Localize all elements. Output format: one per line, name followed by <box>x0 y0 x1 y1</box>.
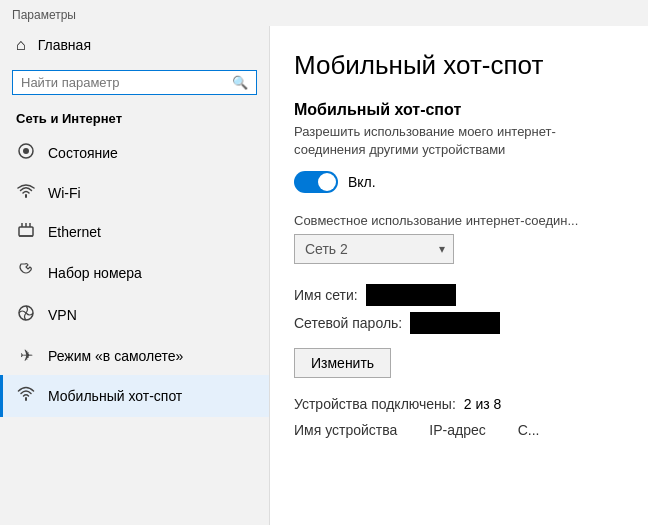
toggle-row: Вкл. <box>294 171 624 193</box>
status-icon <box>16 142 36 164</box>
sidebar-item-hotspot[interactable]: Мобильный хот-спот <box>0 375 269 417</box>
hotspot-icon <box>16 385 36 407</box>
section-title: Мобильный хот-спот <box>294 101 624 119</box>
ethernet-icon <box>16 222 36 242</box>
svg-rect-2 <box>19 227 33 236</box>
svg-point-1 <box>23 148 29 154</box>
password-value <box>410 312 500 334</box>
app-title: Параметры <box>12 8 76 22</box>
search-icon: 🔍 <box>232 75 248 90</box>
dialup-icon <box>16 262 36 284</box>
table-header-mac: С... <box>518 422 540 438</box>
table-header-device-name: Имя устройства <box>294 422 397 438</box>
section-desc: Разрешить использование моего интернет-с… <box>294 123 624 159</box>
vpn-icon <box>16 304 36 326</box>
sidebar-item-wifi-label: Wi-Fi <box>48 185 81 201</box>
wifi-icon <box>16 184 36 202</box>
devices-count: 2 из 8 <box>464 396 502 412</box>
content-area: Мобильный хот-спот Мобильный хот-спот Ра… <box>270 26 648 525</box>
page-title: Мобильный хот-спот <box>294 50 624 81</box>
password-label: Сетевой пароль: <box>294 315 402 331</box>
sidebar-section-header: Сеть и Интернет <box>0 105 269 132</box>
sidebar-home-label: Главная <box>38 37 91 53</box>
sidebar-item-status-label: Состояние <box>48 145 118 161</box>
sidebar-item-hotspot-label: Мобильный хот-спот <box>48 388 182 404</box>
devices-label: Устройства подключены: <box>294 396 456 412</box>
toggle-label: Вкл. <box>348 174 376 190</box>
network-name-row: Имя сети: <box>294 284 624 306</box>
chevron-down-icon: ▾ <box>439 242 445 256</box>
sidebar-home-button[interactable]: ⌂ Главная <box>0 26 269 64</box>
home-icon: ⌂ <box>16 36 26 54</box>
sidebar-item-vpn-label: VPN <box>48 307 77 323</box>
sidebar-item-airplane-label: Режим «в самолете» <box>48 348 183 364</box>
password-row: Сетевой пароль: <box>294 312 624 334</box>
table-header-ip: IP-адрес <box>429 422 485 438</box>
title-bar: Параметры <box>0 0 648 26</box>
sidebar-item-ethernet[interactable]: Ethernet <box>0 212 269 252</box>
sharing-label: Совместное использование интернет-соедин… <box>294 213 624 228</box>
toggle-knob <box>318 173 336 191</box>
airplane-icon: ✈ <box>16 346 36 365</box>
network-name-value <box>366 284 456 306</box>
sidebar: ⌂ Главная 🔍 Сеть и Интернет Состояние <box>0 26 270 525</box>
sidebar-item-dialup[interactable]: Набор номера <box>0 252 269 294</box>
devices-connected-row: Устройства подключены: 2 из 8 <box>294 396 624 412</box>
sidebar-item-dialup-label: Набор номера <box>48 265 142 281</box>
main-container: ⌂ Главная 🔍 Сеть и Интернет Состояние <box>0 26 648 525</box>
search-input[interactable] <box>21 75 232 90</box>
change-button[interactable]: Изменить <box>294 348 391 378</box>
dropdown-value: Сеть 2 <box>305 241 348 257</box>
search-box[interactable]: 🔍 <box>12 70 257 95</box>
sidebar-item-vpn[interactable]: VPN <box>0 294 269 336</box>
hotspot-toggle[interactable] <box>294 171 338 193</box>
sidebar-item-ethernet-label: Ethernet <box>48 224 101 240</box>
sidebar-item-wifi[interactable]: Wi-Fi <box>0 174 269 212</box>
network-dropdown[interactable]: Сеть 2 ▾ <box>294 234 454 264</box>
network-name-label: Имя сети: <box>294 287 358 303</box>
sidebar-item-status[interactable]: Состояние <box>0 132 269 174</box>
dropdown-row: Сеть 2 ▾ <box>294 234 624 264</box>
table-header-row: Имя устройства IP-адрес С... <box>294 418 624 438</box>
sidebar-item-airplane[interactable]: ✈ Режим «в самолете» <box>0 336 269 375</box>
search-container: 🔍 <box>0 64 269 105</box>
